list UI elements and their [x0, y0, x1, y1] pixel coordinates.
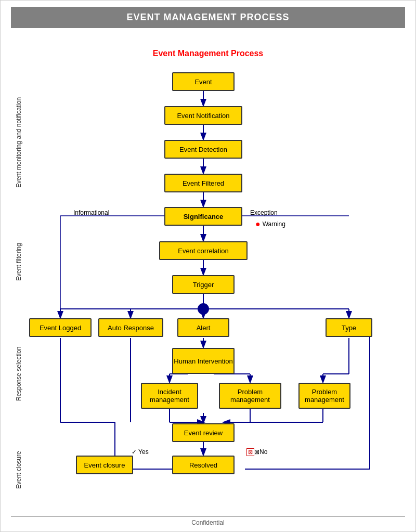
event-box: Event — [172, 72, 235, 91]
svg-point-7 — [198, 304, 209, 314]
problem-management1-box: Problem management — [219, 383, 281, 409]
page-container: EVENT MANAGEMENT PROCESS — [0, 0, 416, 532]
yes-label: ✓ Yes — [132, 448, 149, 456]
human-intervention-box: Human Intervention — [172, 348, 235, 374]
resolved-box: Resolved — [172, 456, 235, 474]
warning-dot: ● — [255, 219, 261, 229]
footer: Confidential — [1, 519, 415, 526]
header-bar: EVENT MANAGEMENT PROCESS — [11, 7, 405, 28]
header-title: EVENT MANAGEMENT PROCESS — [126, 12, 289, 22]
trigger-box: Trigger — [172, 275, 235, 294]
event-logged-box: Event Logged — [29, 318, 92, 337]
diagram-area: Event Management Process Event monitorin… — [11, 28, 405, 527]
incident-management-box: Incident management — [141, 383, 198, 409]
event-closure-box: Event closure — [76, 456, 133, 474]
warning-label: ● Warning — [255, 219, 285, 229]
significance-box: Significance — [164, 207, 242, 226]
problem-management2-box: Problem management — [298, 383, 350, 409]
event-correlation-box: Event correlation — [159, 241, 248, 260]
no-symbol: ⊠ — [246, 448, 254, 456]
event-detection-box: Event Detection — [164, 140, 242, 159]
side-label-closure: Event closure — [15, 439, 23, 501]
no-label: ⊠⊠No — [246, 448, 267, 456]
alert-box: Alert — [177, 318, 229, 337]
event-filtered-box: Event Filtered — [164, 174, 242, 192]
side-label-monitoring: Event monitoring and notification — [15, 70, 23, 215]
event-review-box: Event review — [172, 423, 235, 442]
informational-label: Informational — [73, 209, 109, 216]
type-box: Type — [326, 318, 372, 337]
side-label-filtering: Event filtering — [15, 205, 23, 319]
exception-label: Exception — [250, 209, 278, 216]
auto-response-box: Auto Response — [98, 318, 163, 337]
side-label-response: Response selection — [15, 319, 23, 429]
diagram-title: Event Management Process — [153, 49, 264, 58]
bottom-line — [11, 516, 405, 517]
event-notification-box: Event Notification — [164, 106, 242, 125]
